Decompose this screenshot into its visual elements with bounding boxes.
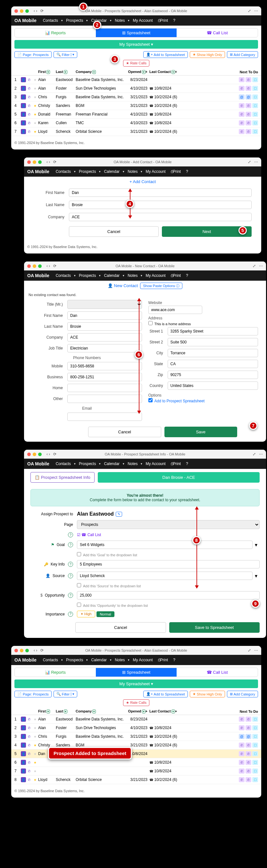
menu-contacts[interactable]: Contacts — [41, 18, 60, 23]
opp-dd-checkbox[interactable] — [77, 603, 81, 607]
last-name-input[interactable] — [69, 201, 251, 209]
person-icon[interactable]: 👤 — [21, 777, 26, 782]
action-icon[interactable]: ✆ — [245, 769, 251, 774]
tab-calllist[interactable]: ☎ Call List — [177, 29, 258, 37]
action-icon[interactable]: ✆ — [239, 769, 245, 774]
next-button[interactable]: Next — [162, 226, 251, 237]
star-icon[interactable]: ★ — [32, 777, 37, 782]
action-icon[interactable]: ✆ — [239, 129, 245, 134]
action-icon[interactable]: @ — [245, 94, 251, 99]
action-icon[interactable]: ☐ — [252, 734, 258, 739]
star-icon[interactable]: ★ — [32, 734, 37, 739]
action-icon[interactable]: ☐ — [252, 751, 258, 756]
menu-print[interactable]: ⎙Print — [156, 18, 170, 23]
person-icon[interactable]: 👤 — [21, 129, 26, 134]
action-icon[interactable]: ☐ — [252, 717, 258, 722]
action-icon[interactable]: ☐ — [252, 769, 258, 774]
person-icon[interactable]: 👤 — [21, 751, 26, 756]
website-input[interactable] — [149, 306, 202, 314]
state-input[interactable] — [168, 360, 258, 368]
add-category-button[interactable]: ⊞ Add Category — [227, 51, 258, 58]
phone-icon[interactable]: ✆ — [27, 743, 32, 748]
action-icon[interactable]: ✆ — [239, 86, 245, 91]
email-input[interactable] — [67, 412, 142, 421]
other-input[interactable] — [67, 395, 142, 403]
phone-icon[interactable]: ✆ — [27, 77, 32, 82]
star-icon[interactable]: ★ — [32, 77, 37, 82]
action-icon[interactable]: ☐ — [252, 112, 258, 117]
company-input[interactable] — [67, 333, 142, 341]
table-row[interactable]: 3👤✆★ChrisFurgisBaseline Data Systems, In… — [11, 93, 261, 101]
zip-input[interactable] — [168, 371, 258, 379]
action-icon[interactable]: ✆ — [245, 129, 251, 134]
phone-icon[interactable]: ✆ — [27, 717, 32, 722]
star-icon[interactable]: ★ — [32, 743, 37, 748]
action-icon[interactable]: ✆ — [245, 77, 251, 82]
table-row[interactable]: 6👤✆★ 10/8/2024✆✆☐ — [11, 758, 261, 767]
table-row[interactable]: 7👤✆★ 10/8/2024✆✆☐ — [11, 767, 261, 775]
business-input[interactable] — [67, 373, 142, 381]
action-icon[interactable]: ✆ — [245, 777, 251, 782]
phone-icon[interactable]: ✆ — [27, 103, 32, 108]
table-row[interactable]: 3👤✆★ChrisFurgisBaseline Data Systems, In… — [11, 732, 261, 741]
star-icon[interactable]: ★ — [32, 112, 37, 117]
action-icon[interactable]: ✆ — [245, 86, 251, 91]
action-icon[interactable]: ✆ — [239, 717, 245, 722]
save-button[interactable]: Save — [164, 427, 238, 437]
menu-notes[interactable]: Notes — [113, 18, 127, 23]
table-row[interactable]: 8👤✆★LloydSchenckOrbital Science3/21/2023… — [11, 775, 261, 784]
source-dd-checkbox[interactable] — [77, 583, 81, 587]
action-icon[interactable]: ✆ — [239, 751, 245, 756]
first-name-input[interactable] — [69, 188, 251, 197]
mobile-input[interactable] — [67, 362, 142, 370]
action-icon[interactable]: ✆ — [239, 77, 245, 82]
person-icon[interactable]: 👤 — [21, 743, 26, 748]
person-icon[interactable]: 👤 — [21, 769, 26, 774]
star-icon[interactable]: ★ — [32, 103, 37, 108]
person-icon[interactable]: 👤 — [21, 94, 26, 99]
star-icon[interactable]: ★ — [32, 717, 37, 722]
menu-prospects[interactable]: Prospects — [64, 18, 85, 23]
city-input[interactable] — [168, 349, 258, 357]
importance-normal[interactable]: Normal — [97, 611, 114, 617]
filter-button[interactable]: 🔍 Filter | ▾ — [54, 51, 77, 58]
action-icon[interactable]: ☐ — [252, 760, 258, 765]
action-icon[interactable]: ☐ — [252, 777, 258, 782]
add-to-spreadsheet-button[interactable]: 👤+ Add to Spreadsheet — [143, 51, 188, 58]
menu-help[interactable]: ? — [171, 18, 177, 23]
jobtitle-input[interactable] — [67, 344, 142, 352]
table-row[interactable]: 2👤✆★AlanFosterSun Drive Technologies4/10… — [11, 84, 261, 93]
action-icon[interactable]: ☐ — [252, 86, 258, 91]
action-icon[interactable]: ✆ — [239, 760, 245, 765]
action-icon[interactable]: ✆ — [245, 717, 251, 722]
show-paste-button[interactable]: Show Paste Options ⓘ — [140, 283, 182, 289]
action-icon[interactable]: ✆ — [245, 120, 251, 125]
window-actions[interactable]: ⤢ ⋯ — [248, 9, 258, 13]
home-input[interactable] — [67, 384, 142, 392]
action-icon[interactable]: ✆ — [245, 751, 251, 756]
cancel-button[interactable]: Cancel — [69, 226, 159, 237]
star-icon[interactable]: ★ — [32, 120, 37, 125]
action-icon[interactable]: ✆ — [245, 743, 251, 748]
table-row[interactable]: 5👤✆★DonaldFreemanFreeman Financial4/10/2… — [11, 110, 261, 119]
action-icon[interactable]: @ — [239, 94, 245, 99]
keyinfo-input[interactable] — [77, 560, 260, 568]
action-icon[interactable]: ✆ — [239, 743, 245, 748]
table-row[interactable]: 7👤✆★LloydSchenckOrbital Science3/21/2023… — [11, 127, 261, 136]
person-icon[interactable]: 👤 — [21, 717, 26, 722]
tab-reports[interactable]: 📊 Reports — [15, 29, 96, 37]
phone-icon[interactable]: ✆ — [27, 86, 32, 91]
action-icon[interactable]: ✆ — [239, 725, 245, 731]
action-icon[interactable]: ✆ — [245, 760, 251, 765]
tab-spreadsheet[interactable]: ⊞ Spreadsheet — [96, 29, 177, 37]
action-icon[interactable]: ✆ — [245, 112, 251, 117]
last-name-input[interactable] — [67, 322, 142, 331]
menu-myaccount[interactable]: My Account — [131, 18, 155, 23]
star-icon[interactable]: ★ — [32, 769, 37, 774]
phone-icon[interactable]: ✆ — [27, 751, 32, 756]
country-input[interactable] — [168, 381, 258, 390]
table-row[interactable]: 1👤✆★AlanEastwoodBaseline Data Systems, I… — [11, 715, 261, 724]
goal-input[interactable] — [77, 540, 252, 549]
nav-back[interactable]: ‹ › ⟳ — [34, 9, 44, 13]
show-high-button[interactable]: ★ Show High Only — [190, 51, 225, 58]
